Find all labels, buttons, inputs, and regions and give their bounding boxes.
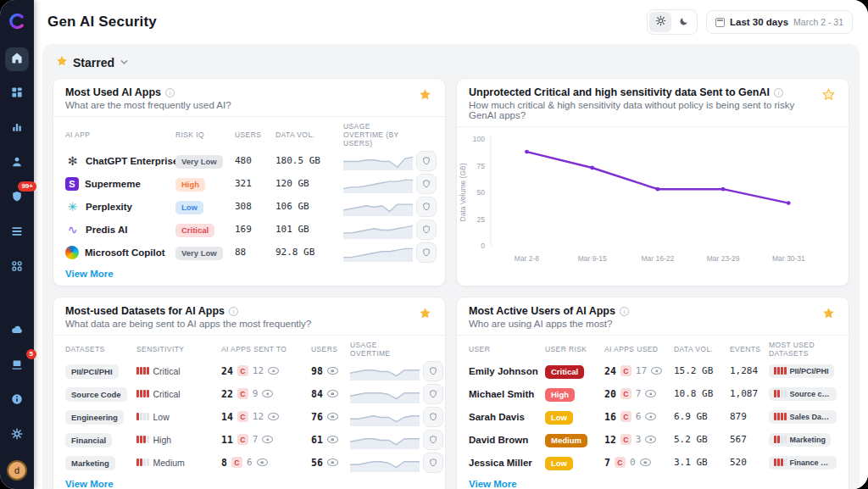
card-star-button[interactable] — [417, 86, 433, 105]
eye-icon[interactable] — [645, 413, 656, 420]
view-more-link[interactable]: View More — [469, 474, 517, 489]
sidebar-item-integrations[interactable] — [5, 256, 29, 280]
sidebar-item-list[interactable] — [5, 221, 29, 245]
date-range-label: Last 30 days — [730, 17, 788, 27]
card-title: Most Used AI Apps — [65, 86, 161, 98]
shield-action-button[interactable] — [423, 361, 443, 381]
users-value: 56 — [311, 457, 323, 469]
shield-action-button[interactable] — [423, 384, 443, 404]
sidebar-item-laptop[interactable]: 5 — [5, 354, 29, 378]
sidebar-item-cloud[interactable] — [5, 320, 29, 343]
shield-action-button[interactable] — [416, 197, 437, 217]
card-subtitle: How much critical & high sensitivity dat… — [469, 100, 814, 120]
card-subtitle: Who are using AI apps the most? — [469, 319, 814, 329]
user-risk-wrap: Medium — [545, 431, 604, 447]
shield-action-button[interactable] — [416, 151, 437, 171]
sidebar-item-shield-user[interactable]: 99+ — [5, 186, 29, 210]
eye-icon[interactable] — [645, 436, 656, 443]
table-row: MarketingMedium8C656 — [65, 451, 433, 474]
eye-icon[interactable] — [327, 367, 338, 375]
sparkline-cell — [343, 220, 413, 239]
shield-action-button[interactable] — [416, 242, 437, 263]
dataset-pill-wrap: Engineering — [65, 408, 136, 425]
users-cell: 61 — [311, 434, 350, 446]
eye-icon[interactable] — [327, 436, 338, 443]
eye-icon[interactable] — [262, 390, 273, 397]
sidebar-item-info[interactable] — [5, 389, 29, 413]
eye-icon[interactable] — [257, 458, 268, 466]
user-risk-badge: Medium — [545, 434, 587, 447]
eye-icon[interactable] — [262, 436, 273, 443]
sidebar-item-bar-chart[interactable] — [5, 117, 29, 141]
table-row: EngineeringLow14C1276 — [65, 405, 433, 428]
card-star-button[interactable] — [417, 305, 433, 324]
settings-icon — [10, 427, 24, 444]
most-used-dataset-badge: Finance Data — [769, 456, 837, 470]
sensitivity-bars-icon — [136, 413, 149, 420]
view-more-link[interactable]: View More — [65, 474, 114, 489]
app-cell: Microsoft Copilot — [65, 246, 175, 259]
info-icon[interactable]: i — [774, 88, 783, 97]
eye-icon[interactable] — [327, 458, 338, 466]
eye-icon[interactable] — [268, 413, 279, 420]
column-header: Data Vol. — [674, 345, 730, 353]
card-star-button[interactable] — [821, 305, 837, 324]
info-icon[interactable]: i — [620, 307, 629, 316]
eye-icon[interactable] — [645, 390, 656, 397]
user-risk-badge: High — [545, 388, 575, 402]
card-title: Most Active Users of AI Apps — [469, 305, 615, 317]
light-mode-button[interactable] — [649, 12, 671, 32]
info-icon[interactable]: i — [165, 88, 175, 97]
column-header: Data Vol. — [275, 131, 343, 139]
shield-action-button[interactable] — [416, 219, 437, 240]
user-name: Sarah Davis — [469, 412, 545, 422]
user-risk-wrap: Critical — [545, 363, 604, 379]
users-value: 76 — [311, 411, 323, 423]
eye-icon[interactable] — [327, 413, 338, 420]
eye-icon[interactable] — [327, 390, 338, 397]
card-header-text: Most Active Users of AI AppsiWho are usi… — [469, 305, 814, 329]
eye-icon[interactable] — [651, 367, 662, 375]
events-value: 879 — [730, 411, 769, 422]
info-icon[interactable]: i — [229, 307, 238, 316]
sidebar-item-user[interactable] — [5, 152, 29, 175]
apps-count-cell: 16C6 — [604, 411, 674, 423]
shield-action-button[interactable] — [423, 453, 443, 473]
starred-section-header[interactable]: Starred — [53, 52, 849, 78]
user-risk-badge: Low — [545, 411, 573, 425]
apps-total: 22 — [221, 388, 233, 400]
sparkline-cell — [350, 362, 420, 381]
sidebar-item-settings[interactable] — [5, 424, 29, 447]
column-header: AI App — [65, 131, 175, 139]
apps-count-cell: 11C7 — [221, 434, 311, 446]
apps-count-cell: 14C12 — [221, 411, 311, 423]
card-header: Most-used Datasets for AI AppsiWhat data… — [53, 297, 445, 336]
dark-mode-button[interactable] — [673, 12, 695, 32]
column-header: Most Used Datasets — [769, 341, 837, 358]
dataset-pill-wrap: Financial — [65, 431, 136, 447]
data-vol-value: 5.2 GB — [674, 434, 730, 445]
user-name: Jessica Miller — [469, 458, 545, 468]
shield-action-button[interactable] — [423, 407, 443, 427]
shield-action-button[interactable] — [416, 174, 437, 194]
card-body: DatasetsSensitivityAI Apps Sent ToUsersU… — [53, 336, 445, 489]
sensitivity-cell: Low — [136, 412, 221, 422]
apps-total: 11 — [221, 434, 233, 446]
users-value: 480 — [235, 155, 275, 166]
card-star-button[interactable] — [821, 86, 837, 105]
eye-icon[interactable] — [268, 367, 279, 375]
sparkline — [343, 197, 413, 216]
date-range-button[interactable]: Last 30 days March 2 - 31 — [706, 10, 853, 34]
view-more-link[interactable]: View More — [65, 264, 114, 279]
table-row: Sarah DavisLow16C66.9 GB879Sales Data fr… — [469, 405, 837, 428]
eye-icon[interactable] — [640, 458, 651, 466]
critical-count: 7 — [636, 388, 642, 399]
brand-logo[interactable] — [6, 10, 28, 32]
content: Starred Most Used AI AppsiWhat are the m… — [34, 44, 868, 489]
user-avatar[interactable]: d — [7, 460, 27, 481]
sidebar-item-dashboard-grid[interactable] — [5, 82, 29, 106]
shield-action-button[interactable] — [423, 430, 443, 450]
sidebar-item-home[interactable] — [5, 47, 29, 71]
critical-count: 7 — [253, 434, 259, 445]
dataset-badge: Marketing — [65, 456, 115, 470]
